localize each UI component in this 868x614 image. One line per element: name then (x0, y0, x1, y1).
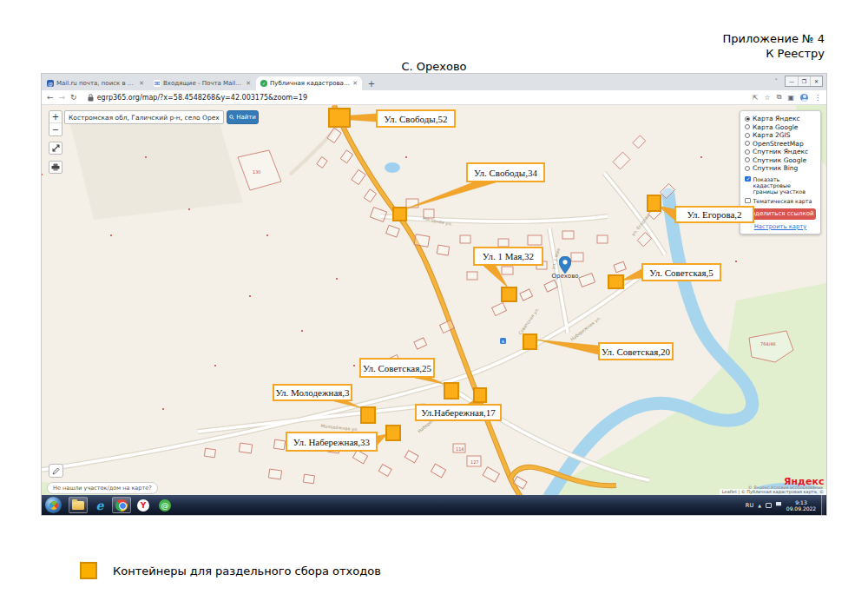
close-button[interactable]: ✕ (810, 76, 822, 86)
layer-option-yandex-sat[interactable]: Спутник Яндекс (745, 148, 816, 156)
chrome-icon (115, 499, 128, 512)
taskbar-yandex-button[interactable]: Y (134, 497, 153, 513)
radio-icon (745, 116, 750, 122)
minimize-button[interactable]: — (786, 76, 798, 86)
radio-icon (745, 166, 750, 171)
cadastral-borders-checkbox[interactable]: Показать кадастровые границы участков (745, 176, 816, 195)
marker-callout: Ул. 1 Мая,32 (473, 247, 543, 266)
show-desktop-button[interactable] (821, 495, 825, 515)
forward-icon[interactable]: → (59, 93, 66, 102)
container-marker[interactable] (647, 195, 661, 212)
marker-callout: Ул. Советская,5 (641, 263, 721, 281)
share-icon[interactable]: ⇱ (753, 94, 759, 102)
taskbar-explorer-button[interactable] (69, 497, 88, 513)
tab-close-icon[interactable]: ✕ (139, 80, 144, 87)
map-decor (42, 105, 826, 495)
extensions-icon[interactable]: ⧉ (777, 93, 782, 102)
container-marker[interactable] (444, 382, 459, 399)
layer-option-2gis-map[interactable]: Карта 2GIS (745, 131, 816, 140)
fullscreen-button[interactable] (49, 142, 62, 155)
taskbar-clock[interactable]: 9:13 09.09.2022 (786, 499, 817, 512)
taskbar-chrome-button[interactable] (112, 497, 131, 513)
back-icon[interactable]: ← (47, 93, 54, 102)
system-tray: RU ▲ 9:13 09.09.2022 (746, 495, 826, 515)
notification-badge (779, 505, 783, 509)
expand-icon (52, 144, 60, 152)
mailru-favicon: @ (47, 80, 54, 87)
tray-expand-icon[interactable]: ▲ (758, 503, 761, 508)
profile-avatar[interactable] (800, 94, 808, 102)
tab-search-chevron-icon[interactable]: ˅ (775, 78, 779, 85)
layer-option-google-map[interactable]: Карта Google (745, 123, 816, 132)
zoom-in-button[interactable]: + (49, 111, 62, 123)
container-marker[interactable] (392, 207, 407, 221)
configure-map-link[interactable]: Настроить карту (745, 223, 816, 230)
print-button[interactable] (49, 161, 62, 174)
radio-icon (745, 124, 750, 129)
browser-window: @ Mail.ru почта, поиск в интернет ✕ ✉ Вх… (42, 74, 826, 515)
language-indicator[interactable]: RU (746, 502, 753, 509)
container-marker[interactable] (328, 108, 351, 128)
search-input[interactable] (64, 110, 224, 124)
refresh-icon[interactable]: ↻ (70, 93, 77, 102)
internet-explorer-icon: e (96, 498, 104, 512)
bookmark-star-icon[interactable]: ☆ (765, 94, 771, 102)
radio-icon (745, 149, 750, 155)
legend-container-swatch (80, 562, 97, 579)
thematic-map-checkbox[interactable]: Тематическая карта (745, 198, 816, 204)
radio-icon (745, 157, 750, 162)
container-marker[interactable] (473, 387, 487, 403)
container-marker[interactable] (608, 274, 624, 289)
location-pin-icon (559, 256, 571, 274)
layer-option-bing-sat[interactable]: Спутник Bing (745, 164, 816, 173)
pkk-favicon: ✓ (260, 80, 267, 87)
new-tab-button[interactable]: + (365, 77, 378, 89)
marker-callout: Ул. Свободы,52 (376, 109, 456, 128)
taskbar-agent-button[interactable]: @ (155, 497, 174, 513)
tab-cadastral-map[interactable]: ✓ Публичная кадастровая карта ✕ (256, 76, 362, 90)
url-text: egrp365.org/map/?x=58.4548268&y=42.00317… (97, 94, 307, 102)
tab-mail-inbox[interactable]: ✉ Входящие - Почта Mail.ru ✕ (149, 76, 255, 90)
clock-date: 09.09.2022 (786, 505, 817, 512)
search-button[interactable]: Найти (227, 110, 259, 124)
container-marker[interactable] (360, 406, 376, 424)
zoom-out-button[interactable]: − (49, 123, 62, 135)
container-marker[interactable] (501, 287, 517, 302)
printer-icon (51, 163, 60, 171)
clock-time: 9:13 (786, 499, 817, 505)
tab-close-icon[interactable]: ✕ (352, 80, 358, 87)
marker-callout: Ул. Советская,20 (598, 342, 674, 360)
transit-stop-icon: в (500, 338, 506, 344)
draw-button[interactable] (49, 464, 63, 478)
display-tray-icon[interactable] (766, 503, 772, 508)
search-button-label: Найти (236, 114, 256, 121)
share-link-button[interactable]: Поделиться ссылкой (745, 208, 816, 220)
checkbox-icon (745, 198, 751, 204)
pencil-icon (52, 467, 60, 475)
container-marker[interactable] (523, 333, 537, 350)
start-button[interactable] (45, 497, 62, 513)
parcel-label: 114 (456, 446, 464, 452)
marker-callout: Ул. Свободы,34 (466, 162, 545, 182)
search-icon (229, 115, 234, 120)
layer-option-yandex-map[interactable]: Карта Яндекс (745, 115, 816, 123)
layer-option-google-sat[interactable]: Спутник Google (745, 156, 816, 165)
taskbar-ie-button[interactable]: e (90, 497, 109, 513)
menu-kebab-icon[interactable]: ⋮ (814, 94, 821, 102)
layer-option-osm[interactable]: OpenStreetMap (745, 140, 816, 149)
radio-icon (745, 133, 750, 138)
tab-mailru-home[interactable]: @ Mail.ru почта, поиск в интернет ✕ (43, 76, 148, 90)
mail-favicon: ✉ (154, 80, 161, 87)
map-viewport[interactable]: Нагорная ул. ул. Егорова ул. 1 Мая Совет… (42, 105, 826, 495)
window-controls: — ❐ ✕ (785, 76, 823, 87)
marker-callout: Ул. Егорова,2 (674, 206, 754, 223)
restore-button[interactable]: ❐ (798, 76, 810, 86)
url-field[interactable]: egrp365.org/map/?x=58.4548268&y=42.00317… (82, 92, 569, 102)
action-center-icon[interactable] (776, 502, 781, 508)
annex-header: Приложение № 4 К Реестру (723, 31, 825, 61)
not-found-button[interactable]: Не нашли участок/дом на карте? (47, 482, 158, 494)
tab-close-icon[interactable]: ✕ (246, 80, 251, 87)
container-marker[interactable] (385, 425, 401, 441)
zoom-controls: + − (49, 110, 62, 136)
side-panel-icon[interactable]: ▣ (787, 94, 794, 102)
